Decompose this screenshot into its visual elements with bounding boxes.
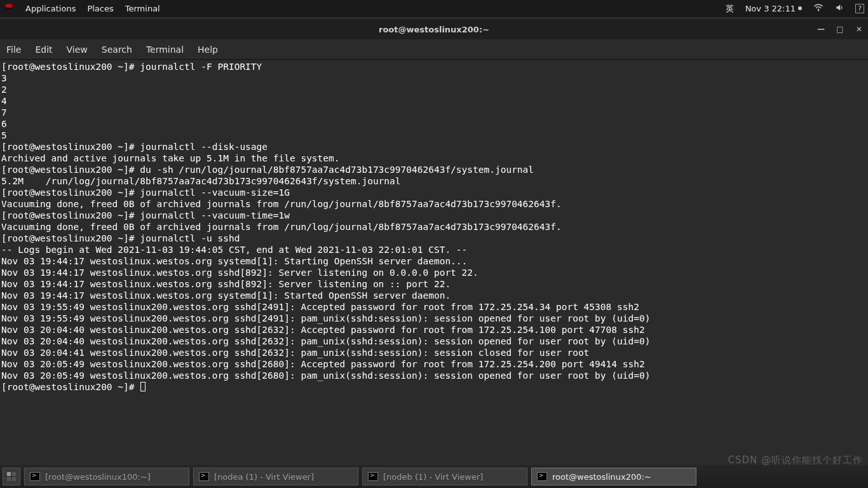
menu-terminal[interactable]: Terminal: [146, 44, 184, 55]
svg-rect-1: [7, 472, 11, 476]
svg-rect-3: [7, 477, 11, 481]
taskbar-item-3[interactable]: [nodeb (1) - Virt Viewer]: [362, 468, 527, 485]
svg-point-0: [818, 10, 819, 11]
terminal-output[interactable]: [root@westoslinux200 ~]# journalctl -F P…: [0, 60, 868, 465]
svg-rect-4: [12, 477, 16, 481]
menu-places[interactable]: Places: [87, 4, 113, 13]
clock[interactable]: Nov 3 22:11: [745, 4, 803, 13]
redhat-icon: [4, 3, 14, 15]
top-panel-right: 英 Nov 3 22:11 ?: [726, 3, 864, 15]
terminal-icon: [30, 472, 40, 481]
menu-applications[interactable]: Applications: [25, 4, 76, 13]
menu-search[interactable]: Search: [102, 44, 132, 55]
top-panel: Applications Places Terminal 英 Nov 3 22:…: [0, 0, 868, 17]
close-button[interactable]: ✕: [854, 25, 864, 34]
terminal-icon: [368, 472, 378, 481]
taskbar-item-label: [nodeb (1) - Virt Viewer]: [383, 472, 483, 482]
maximize-button[interactable]: □: [835, 25, 845, 34]
terminal-icon: [537, 472, 547, 481]
window-controls: — □ ✕: [816, 25, 864, 34]
terminal-window: root@westoslinux200:~ — □ ✕ File Edit Vi…: [0, 19, 868, 465]
taskbar-item-label: root@westoslinux200:~: [552, 472, 651, 482]
menu-file[interactable]: File: [6, 44, 21, 55]
terminal-icon: [199, 472, 209, 481]
taskbar-item-label: [nodea (1) - Virt Viewer]: [214, 472, 314, 482]
top-panel-left: Applications Places Terminal: [4, 3, 160, 15]
menu-help[interactable]: Help: [198, 44, 218, 55]
workspace-switcher[interactable]: [3, 468, 20, 485]
svg-rect-2: [12, 472, 16, 476]
taskbar-item-4[interactable]: root@westoslinux200:~: [531, 468, 696, 485]
ime-indicator[interactable]: 英: [726, 3, 734, 15]
titlebar[interactable]: root@westoslinux200:~ — □ ✕: [0, 19, 868, 39]
help-icon[interactable]: ?: [855, 4, 864, 13]
taskbar-item-2[interactable]: [nodea (1) - Virt Viewer]: [193, 468, 358, 485]
minimize-button[interactable]: —: [816, 25, 826, 34]
taskbar: [root@westoslinux100:~] [nodea (1) - Vir…: [0, 465, 868, 488]
volume-icon[interactable]: [835, 3, 844, 14]
wifi-icon[interactable]: [813, 4, 824, 13]
taskbar-item-1[interactable]: [root@westoslinux100:~]: [24, 468, 189, 485]
menu-view[interactable]: View: [67, 44, 88, 55]
menubar: File Edit View Search Terminal Help: [0, 39, 868, 60]
menu-edit[interactable]: Edit: [35, 44, 52, 55]
menu-terminal[interactable]: Terminal: [125, 4, 160, 13]
taskbar-item-label: [root@westoslinux100:~]: [45, 472, 151, 482]
window-title: root@westoslinux200:~: [379, 25, 489, 34]
